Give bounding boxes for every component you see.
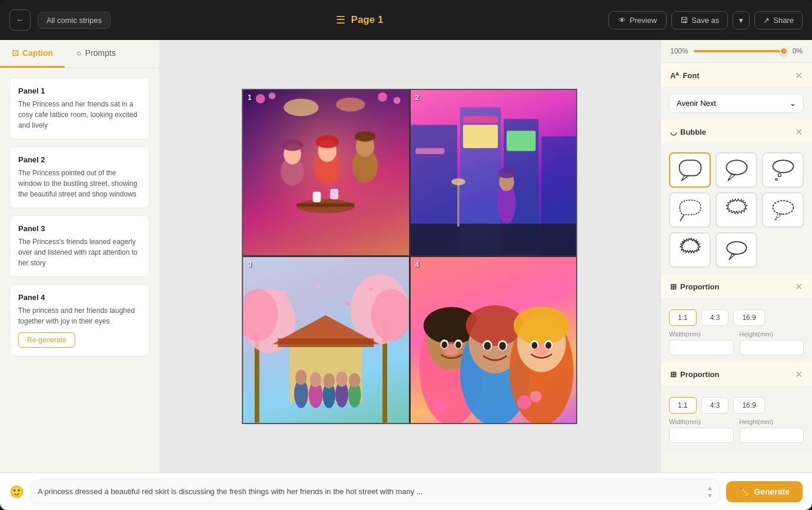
svg-marker-93 — [774, 214, 781, 221]
svg-rect-85 — [679, 160, 701, 175]
svg-point-2 — [336, 97, 365, 111]
proportion-2-height-label: Height(mm) — [740, 418, 804, 425]
panel-4-illustration — [411, 257, 577, 423]
preview-label: Preview — [630, 16, 657, 25]
prompts-label: Prompts — [85, 48, 116, 58]
bubble-svg-2 — [724, 157, 750, 183]
svg-rect-4 — [297, 203, 355, 206]
font-selector[interactable]: Avenir Next ⌄ — [669, 94, 804, 113]
generate-button[interactable]: ✏️ Generate — [726, 481, 803, 502]
bubble-section — [661, 144, 812, 274]
tab-prompts[interactable]: ○ Prompts — [65, 40, 128, 68]
proportion-1-btn-4-3[interactable]: 4:3 — [701, 309, 729, 326]
bubble-option-7[interactable] — [669, 232, 711, 268]
svg-point-28 — [451, 178, 465, 185]
proportion-2-btn-16-9[interactable]: 16:9 — [733, 397, 764, 414]
bubble-close-button[interactable]: ✕ — [795, 126, 803, 138]
saveas-label: Save as — [691, 16, 719, 25]
svg-point-75 — [484, 342, 491, 350]
svg-point-45 — [295, 370, 307, 385]
proportion-1-btn-16-9[interactable]: 16:9 — [733, 309, 764, 326]
comic-grid: 1 — [242, 89, 577, 424]
svg-rect-26 — [411, 224, 577, 255]
topbar: ← All comic stripes ☰ Page 1 👁 Preview 🖫… — [0, 0, 812, 40]
save-icon: 🖫 — [680, 16, 688, 25]
all-stripes-button[interactable]: All comic stripes — [38, 12, 111, 29]
svg-point-51 — [336, 372, 348, 387]
back-button[interactable]: ← — [9, 9, 31, 31]
tab-caption[interactable]: ⊡ Caption — [0, 40, 65, 68]
slider-thumb[interactable] — [780, 47, 788, 55]
proportion-1-height-group: Height(mm) — [740, 331, 804, 355]
bubble-option-6[interactable] — [762, 192, 804, 228]
svg-rect-6 — [330, 188, 338, 199]
preview-button[interactable]: 👁 Preview — [608, 11, 667, 29]
proportion-1-height-input[interactable] — [740, 340, 804, 355]
proportion-2-width-input[interactable] — [669, 428, 734, 443]
svg-point-16 — [256, 94, 265, 103]
preview-icon: 👁 — [618, 16, 626, 25]
proportion-2-header: ⊞ Proportion ✕ — [661, 362, 812, 386]
proportion-2-btn-4-3[interactable]: 4:3 — [701, 397, 729, 414]
proportion-2-width-label: Width(mm) — [669, 418, 734, 425]
proportion-1-title: ⊞ Proportion — [670, 282, 719, 291]
topbar-center: ☰ Page 1 — [118, 14, 601, 26]
slider-track[interactable] — [694, 50, 784, 52]
panel-number-2: 2 — [415, 94, 420, 102]
bubble-option-2[interactable] — [716, 152, 757, 188]
panel-number-4: 4 — [415, 261, 420, 269]
panel-3-text: The Princess's friends leaned eagerly ov… — [18, 236, 141, 268]
panel-3-title: Panel 3 — [18, 224, 141, 233]
proportion-2-height-input[interactable] — [740, 428, 804, 443]
svg-point-77 — [499, 342, 506, 350]
chevron-up-icon[interactable]: ▲ — [707, 485, 713, 491]
share-label: Share — [773, 16, 794, 25]
svg-point-89 — [773, 160, 793, 172]
font-close-button[interactable]: ✕ — [795, 70, 803, 81]
proportion-2-section: 1:1 4:3 16:9 Width(mm) Height(mm) — [661, 386, 812, 449]
panel-2-title: Panel 2 — [18, 155, 141, 164]
regenerate-button[interactable]: Re-generate — [18, 332, 75, 348]
prompt-arrows[interactable]: ▲ ▼ — [707, 485, 713, 499]
proportion-2-close[interactable]: ✕ — [795, 369, 803, 380]
font-section-title: Aᴬ Font — [670, 71, 700, 80]
bubble-option-5[interactable] — [716, 192, 757, 228]
share-icon: ↗ — [763, 16, 770, 25]
proportion-1-section: 1:1 4:3 16:9 Width(mm) Height(mm) — [661, 299, 812, 362]
panel-2-text: The Princess pointed out of the window t… — [18, 168, 141, 199]
prompt-emoji: 🙂 — [9, 485, 24, 499]
bubble-svg-4 — [677, 197, 703, 223]
share-button[interactable]: ↗ Share — [754, 11, 803, 29]
comic-panel-1[interactable]: 1 — [243, 90, 409, 256]
prompt-input-wrap[interactable]: A princess dressed a beautiful red skirt… — [30, 479, 720, 504]
svg-point-53 — [349, 374, 361, 388]
svg-point-82 — [517, 395, 531, 409]
svg-rect-5 — [313, 191, 321, 202]
menu-icon: ☰ — [336, 14, 345, 26]
bubble-option-3[interactable] — [762, 152, 804, 188]
svg-point-17 — [268, 92, 275, 99]
proportion-1-width-group: Width(mm) — [669, 331, 734, 355]
bubble-icon: ◡ — [670, 128, 677, 136]
opacity-slider-area: 100% 0% — [661, 40, 812, 63]
comic-panel-2[interactable]: 2 — [411, 90, 577, 256]
saveas-dropdown-button[interactable]: ▾ — [733, 11, 750, 29]
slider-left-label: 100% — [670, 47, 689, 55]
svg-marker-95 — [728, 254, 735, 260]
comic-panel-4[interactable]: 4 — [411, 257, 577, 423]
comic-panel-3[interactable]: 3 — [243, 257, 409, 423]
prompt-text[interactable]: A princess dressed a beautiful red skirt… — [38, 487, 702, 496]
proportion-1-close[interactable]: ✕ — [795, 281, 803, 292]
proportion-1-dimensions: Width(mm) Height(mm) — [669, 331, 804, 355]
proportion-1-width-input[interactable] — [669, 340, 734, 355]
svg-point-9 — [282, 139, 303, 151]
svg-point-84 — [434, 399, 445, 411]
chevron-down-icon[interactable]: ▼ — [707, 492, 713, 499]
panel-2-illustration — [411, 90, 577, 256]
bubble-option-4[interactable] — [669, 192, 711, 228]
bubble-option-8[interactable] — [716, 232, 757, 268]
proportion-1-btn-1-1[interactable]: 1:1 — [669, 309, 697, 326]
proportion-2-btn-1-1[interactable]: 1:1 — [669, 397, 697, 414]
saveas-button[interactable]: 🖫 Save as — [671, 11, 728, 29]
bubble-option-1[interactable] — [669, 152, 711, 188]
